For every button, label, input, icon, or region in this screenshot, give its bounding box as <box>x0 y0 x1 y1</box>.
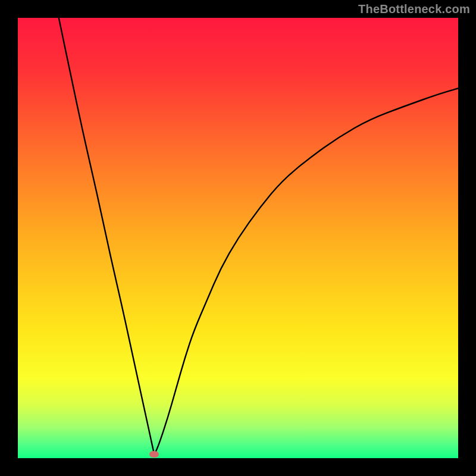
chart-svg <box>18 18 458 458</box>
chart-frame: TheBottleneck.com <box>0 0 476 476</box>
watermark-text: TheBottleneck.com <box>358 2 470 16</box>
plot-area <box>18 18 458 458</box>
